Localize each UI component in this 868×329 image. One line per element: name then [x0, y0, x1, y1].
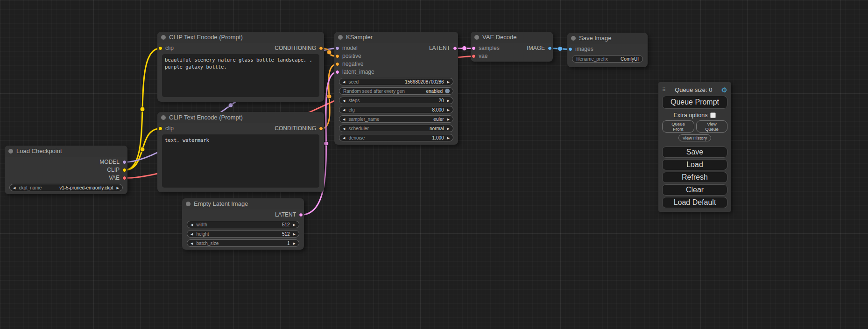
output-port-conditioning[interactable]: [319, 46, 323, 50]
wire-midpoint-dot: [462, 46, 467, 51]
graph-canvas[interactable]: Load Checkpoint MODEL CLIP VAE ◀ ckpt_na…: [0, 0, 868, 329]
decrement-arrow-icon[interactable]: ◀: [343, 118, 345, 121]
output-port-model[interactable]: [122, 160, 127, 164]
node-load-checkpoint[interactable]: Load Checkpoint MODEL CLIP VAE ◀ ckpt_na…: [5, 146, 127, 194]
increment-arrow-icon[interactable]: ▶: [447, 99, 450, 102]
clear-button[interactable]: Clear: [662, 184, 727, 196]
widget-label: ckpt_name: [19, 185, 42, 190]
increment-arrow-icon[interactable]: ▶: [117, 186, 119, 189]
input-port-images[interactable]: [568, 47, 572, 51]
node-clip-text-encode-negative[interactable]: CLIP Text Encode (Prompt) clip CONDITION…: [157, 112, 324, 192]
increment-arrow-icon[interactable]: ▶: [447, 136, 450, 140]
save-button[interactable]: Save: [662, 147, 727, 158]
load-button[interactable]: Load: [662, 159, 727, 170]
widget-ckpt-name[interactable]: ◀ ckpt_name v1-5-pruned-emaonly.ckpt ▶: [9, 184, 123, 191]
decrement-arrow-icon[interactable]: ◀: [343, 80, 345, 84]
widget-steps[interactable]: ◀ steps 20 ▶: [339, 97, 453, 104]
decrement-arrow-icon[interactable]: ◀: [191, 223, 193, 226]
collapse-dot[interactable]: [161, 115, 166, 120]
decrement-arrow-icon[interactable]: ◀: [191, 242, 193, 245]
node-empty-latent-image[interactable]: Empty Latent Image LATENT ◀ width 512 ▶ …: [182, 198, 304, 250]
positive-prompt-textarea[interactable]: beautiful scenery nature glass bottle la…: [162, 54, 319, 97]
widget-random-seed-toggle[interactable]: Random seed after every gen enabled: [339, 87, 453, 95]
view-history-button[interactable]: View History: [678, 134, 712, 141]
collapse-dot[interactable]: [161, 35, 166, 40]
increment-arrow-icon[interactable]: ▶: [447, 118, 450, 121]
decrement-arrow-icon[interactable]: ◀: [343, 108, 345, 112]
node-ksampler[interactable]: KSampler model LATENT positive negative …: [334, 32, 458, 145]
widget-cfg[interactable]: ◀ cfg 8.000 ▶: [339, 106, 453, 113]
node-titlebar[interactable]: Empty Latent Image: [182, 198, 304, 210]
widget-sampler-name[interactable]: ◀ sampler_name euler ▶: [339, 115, 453, 123]
node-titlebar[interactable]: CLIP Text Encode (Prompt): [157, 32, 324, 43]
node-title-text: CLIP Text Encode (Prompt): [169, 114, 243, 121]
widget-height[interactable]: ◀ height 512 ▶: [187, 230, 299, 238]
increment-arrow-icon[interactable]: ▶: [293, 242, 296, 245]
node-save-image[interactable]: Save Image images filename_prefix ComfyU…: [567, 33, 648, 67]
settings-gear-icon[interactable]: ⚙: [721, 86, 727, 93]
widget-denoise[interactable]: ◀ denoise 1.000 ▶: [339, 134, 453, 141]
input-port-negative[interactable]: [335, 62, 339, 66]
extra-options-checkbox[interactable]: [710, 112, 716, 118]
input-port-latent-image[interactable]: [335, 70, 339, 74]
queue-prompt-button[interactable]: Queue Prompt: [662, 96, 727, 109]
widget-scheduler[interactable]: ◀ scheduler normal ▶: [339, 125, 453, 132]
widget-label: cfg: [348, 107, 354, 112]
widget-batch-size[interactable]: ◀ batch_size 1 ▶: [187, 239, 299, 247]
widget-value: 512: [282, 222, 290, 227]
refresh-button[interactable]: Refresh: [662, 172, 727, 183]
node-titlebar[interactable]: Save Image: [567, 33, 648, 44]
node-title-text: KSampler: [346, 34, 373, 41]
increment-arrow-icon[interactable]: ▶: [447, 80, 450, 84]
collapse-dot[interactable]: [474, 35, 479, 40]
output-port-vae[interactable]: [122, 176, 127, 180]
increment-arrow-icon[interactable]: ▶: [447, 127, 450, 130]
output-port-latent[interactable]: [453, 46, 457, 50]
extra-options-row: Extra options: [674, 112, 716, 119]
node-titlebar[interactable]: CLIP Text Encode (Prompt): [157, 112, 324, 123]
collapse-dot[interactable]: [186, 202, 191, 206]
widget-value: 512: [282, 231, 290, 237]
widget-label: width: [196, 222, 207, 227]
output-slot-row: LATENT: [182, 211, 304, 219]
collapse-dot[interactable]: [571, 36, 576, 41]
node-titlebar[interactable]: KSampler: [334, 32, 458, 43]
output-port-image[interactable]: [548, 46, 552, 50]
load-default-button[interactable]: Load Default: [662, 197, 727, 208]
decrement-arrow-icon[interactable]: ◀: [343, 127, 345, 130]
output-label-vae: VAE: [109, 174, 120, 182]
output-port-latent[interactable]: [299, 213, 303, 217]
collapse-dot[interactable]: [338, 35, 343, 40]
output-label-image: IMAGE: [527, 44, 545, 52]
decrement-arrow-icon[interactable]: ◀: [343, 136, 345, 140]
widget-filename-prefix[interactable]: filename_prefix ComfyUI: [572, 55, 643, 63]
node-clip-text-encode-positive[interactable]: CLIP Text Encode (Prompt) clip CONDITION…: [157, 32, 324, 102]
input-port-clip[interactable]: [158, 126, 162, 131]
input-port-samples[interactable]: [472, 46, 476, 50]
node-titlebar[interactable]: Load Checkpoint: [5, 146, 127, 157]
increment-arrow-icon[interactable]: ▶: [293, 223, 296, 226]
node-vae-decode[interactable]: VAE Decode samples IMAGE vae: [471, 32, 553, 62]
widget-label: Random seed after every gen: [343, 89, 405, 94]
decrement-arrow-icon[interactable]: ◀: [191, 232, 193, 236]
collapse-dot[interactable]: [8, 149, 13, 154]
widget-width[interactable]: ◀ width 512 ▶: [187, 221, 299, 228]
increment-arrow-icon[interactable]: ▶: [293, 232, 296, 236]
view-queue-button[interactable]: View Queue: [696, 120, 727, 133]
output-port-conditioning[interactable]: [319, 126, 323, 131]
input-port-vae[interactable]: [472, 54, 476, 58]
decrement-arrow-icon[interactable]: ◀: [343, 99, 345, 102]
negative-prompt-textarea[interactable]: text, watermark: [162, 134, 319, 188]
queue-front-button[interactable]: Queue Front: [662, 120, 694, 133]
node-titlebar[interactable]: VAE Decode: [471, 32, 553, 43]
input-port-model[interactable]: [335, 46, 339, 50]
decrement-arrow-icon[interactable]: ◀: [13, 186, 15, 189]
drag-handle-icon[interactable]: ⠿: [662, 87, 666, 93]
increment-arrow-icon[interactable]: ▶: [447, 108, 450, 112]
output-label-latent: LATENT: [429, 44, 450, 52]
widget-seed[interactable]: ◀ seed 156680208700286 ▶: [339, 78, 453, 85]
input-port-positive[interactable]: [335, 54, 339, 58]
input-port-clip[interactable]: [158, 46, 162, 50]
output-port-clip[interactable]: [122, 168, 127, 172]
toggle-dot[interactable]: [445, 89, 450, 93]
